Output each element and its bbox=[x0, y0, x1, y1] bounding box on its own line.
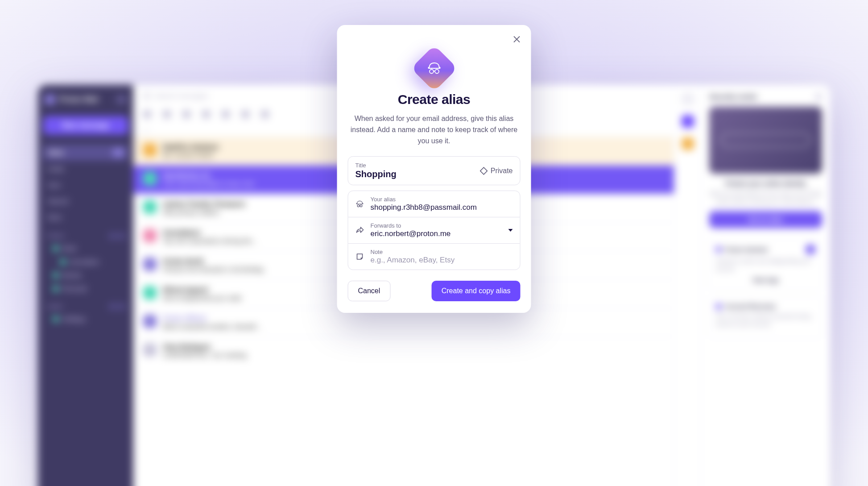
nav-inbox: Inbox bbox=[43, 145, 128, 161]
modal-title: Create alias bbox=[348, 92, 521, 107]
sidebar: Proton Mail New message Inbox Drafts Sen… bbox=[38, 85, 133, 486]
incognito-icon bbox=[427, 62, 441, 75]
modal-icon-wrap bbox=[348, 52, 521, 85]
panel-title: Security center bbox=[709, 93, 822, 100]
alias-gradient-icon bbox=[411, 45, 458, 92]
nav-more: More bbox=[43, 210, 128, 225]
incognito-small-icon bbox=[355, 200, 364, 208]
folder-journalism: Journalism bbox=[43, 255, 128, 269]
label-holidays: Holidays bbox=[43, 312, 128, 326]
title-input[interactable] bbox=[355, 169, 475, 179]
forwards-value: eric.norbert@proton.me bbox=[371, 229, 500, 238]
new-message-button: New message bbox=[43, 116, 128, 135]
title-field[interactable]: Title Private bbox=[348, 156, 521, 185]
svg-point-0 bbox=[430, 70, 434, 74]
get-alias-button: Get an alias bbox=[709, 211, 822, 228]
vault-selector[interactable]: Private bbox=[480, 167, 513, 175]
search-icon bbox=[143, 92, 150, 100]
note-field[interactable]: Note bbox=[348, 243, 520, 270]
app-name: Proton Mail bbox=[59, 96, 98, 104]
note-input[interactable] bbox=[371, 256, 513, 265]
nav-starred: Starred bbox=[43, 194, 128, 209]
folders-header: Folders bbox=[47, 233, 124, 239]
sentinel-row: Proton Sentinel Sentinel is active and s… bbox=[709, 238, 822, 290]
nav-sent: Sent bbox=[43, 178, 128, 193]
svg-point-4 bbox=[360, 205, 362, 207]
alias-field[interactable]: Your alias shopping.r3hb8@passmail.com bbox=[348, 191, 520, 217]
panel-hero bbox=[709, 107, 822, 174]
alias-label: Your alias bbox=[371, 196, 513, 203]
hamburger-icon bbox=[116, 96, 126, 104]
create-and-copy-button[interactable]: Create and copy alias bbox=[432, 281, 521, 301]
alias-field-group: Your alias shopping.r3hb8@passmail.com F… bbox=[348, 191, 521, 270]
chevron-down-icon bbox=[508, 229, 513, 232]
recovery-row: Account Recovery Set a recovery method t… bbox=[709, 296, 822, 339]
app-title-row: Proton Mail bbox=[43, 93, 128, 106]
title-label: Title bbox=[355, 162, 475, 169]
vault-icon bbox=[480, 167, 488, 175]
nav-drafts: Drafts bbox=[43, 162, 128, 177]
svg-rect-2 bbox=[480, 167, 488, 174]
modal-description: When asked for your email address, give … bbox=[348, 113, 521, 146]
folder-movies: Movies bbox=[43, 269, 128, 282]
folder-personal: Personal bbox=[43, 282, 128, 295]
note-label: Note bbox=[371, 249, 513, 255]
forwards-label: Forwards to bbox=[371, 222, 500, 229]
alias-value: shopping.r3hb8@passmail.com bbox=[371, 203, 513, 212]
side-icons bbox=[674, 85, 701, 486]
app-logo bbox=[45, 95, 55, 104]
modal-actions: Cancel Create and copy alias bbox=[348, 281, 521, 301]
close-button[interactable] bbox=[511, 33, 523, 46]
svg-point-3 bbox=[357, 205, 360, 207]
create-alias-modal: Create alias When asked for your email a… bbox=[337, 25, 531, 313]
security-panel: Security center Protect your online iden… bbox=[701, 85, 830, 486]
vault-label: Private bbox=[491, 167, 513, 175]
cancel-button[interactable]: Cancel bbox=[348, 281, 391, 301]
message-row: Clara RodriguezCONFIDENTIAL: Our meeting bbox=[133, 336, 674, 365]
close-icon bbox=[513, 36, 521, 43]
forwards-field[interactable]: Forwards to eric.norbert@proton.me bbox=[348, 217, 520, 243]
forward-icon bbox=[355, 227, 364, 234]
folder-work: Work bbox=[43, 242, 128, 255]
labels-header: Labels bbox=[47, 303, 124, 310]
note-icon bbox=[356, 253, 364, 261]
svg-point-1 bbox=[435, 70, 439, 74]
